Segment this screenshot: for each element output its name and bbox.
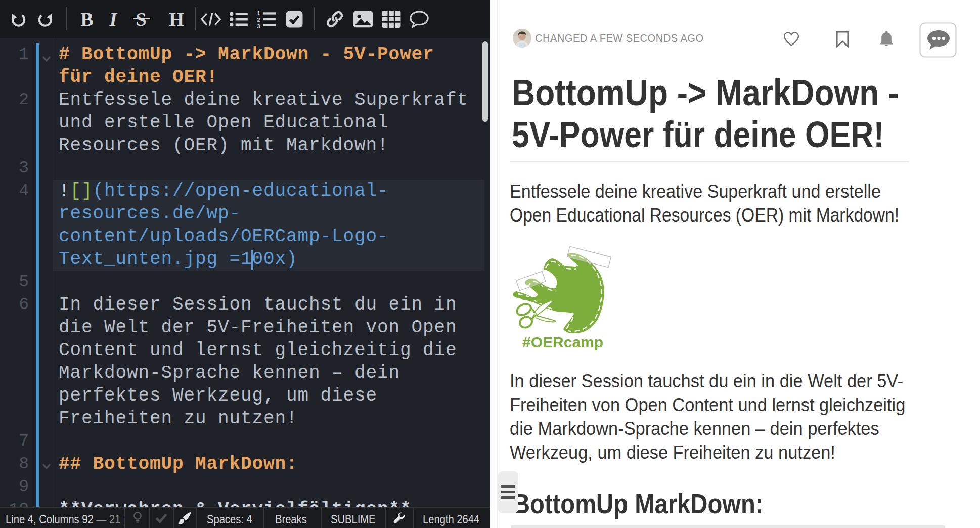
svg-text:2: 2	[257, 17, 260, 23]
svg-text:1: 1	[257, 10, 260, 16]
svg-text:3: 3	[257, 23, 260, 28]
